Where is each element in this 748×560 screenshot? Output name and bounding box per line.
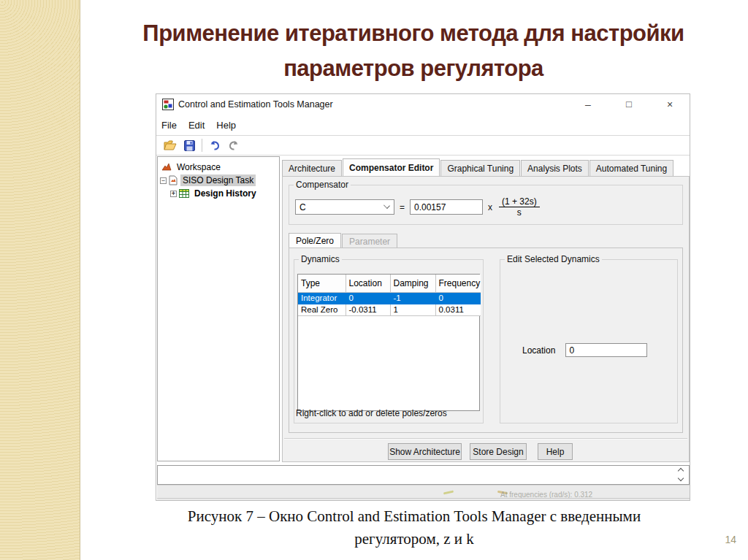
slide-left-stripe	[0, 0, 80, 560]
menu-file[interactable]: File	[161, 117, 184, 134]
location-label: Location	[522, 345, 555, 356]
col-type: Type	[298, 275, 346, 292]
store-design-button[interactable]: Store Design	[470, 443, 527, 460]
status-strip: At frequencies (rad/s): 0.312	[157, 485, 690, 500]
tab-architecture[interactable]: Architecture	[282, 160, 342, 176]
tree-item-label[interactable]: Workspace	[175, 161, 223, 173]
toolbar-separator	[202, 139, 202, 152]
dynamics-group: Dynamics Type Location Damping Frequency	[294, 254, 484, 423]
subtab-strip: Pole/Zero Parameter	[289, 233, 398, 248]
edit-selected-dynamics-group: Edit Selected Dynamics Location 0	[500, 254, 678, 423]
edit-dynamics-group-label: Edit Selected Dynamics	[505, 254, 602, 264]
compensator-group: Compensator C = 0.00157 x (1 + 32s) s	[289, 180, 683, 225]
table-row-integrator[interactable]: Integrator 0 -1 0	[298, 292, 481, 304]
caption-line-1: Рисунок 7 – Окно Control and Estimation …	[80, 505, 748, 528]
dynamics-hint-text: Right-click to add or delete poles/zeros	[296, 408, 447, 418]
menu-bar: File Edit Help	[156, 115, 690, 136]
cell-type[interactable]: Real Zero	[298, 304, 346, 315]
window-title: Control and Estimation Tools Manager	[178, 99, 333, 110]
col-frequency: Frequency	[435, 275, 481, 292]
toolbar	[156, 136, 690, 156]
menu-help[interactable]: Help	[216, 117, 243, 134]
undo-icon[interactable]	[207, 138, 223, 153]
cell-frequency[interactable]: 0	[435, 292, 481, 304]
expand-icon[interactable]: +	[170, 191, 177, 197]
tab-automated-tuning[interactable]: Automated Tuning	[589, 160, 673, 176]
tab-compensator-editor[interactable]: Compensator Editor	[343, 158, 440, 176]
collapse-icon[interactable]: −	[160, 177, 167, 184]
slide-title: Применение итеративного метода для настр…	[82, 16, 745, 86]
tree-item-workspace[interactable]: Workspace	[158, 161, 279, 174]
fraction-numerator: (1 + 32s)	[499, 196, 540, 207]
status-message-box[interactable]	[157, 465, 690, 485]
pole-zero-panel: Dynamics Type Location Damping Frequency	[289, 248, 683, 433]
tab-analysis-plots[interactable]: Analysis Plots	[521, 160, 589, 176]
equals-sign: =	[400, 202, 405, 212]
dynamics-table: Type Location Damping Frequency Integrat…	[297, 274, 480, 411]
tree-item-label[interactable]: Design History	[192, 188, 259, 199]
multiply-sign: x	[488, 202, 492, 212]
dynamics-group-label: Dynamics	[299, 254, 342, 264]
minimize-button[interactable]: –	[577, 94, 599, 115]
col-location: Location	[346, 275, 390, 292]
app-window: Control and Estimation Tools Manager – □…	[156, 93, 690, 501]
scroll-down-icon[interactable]	[678, 476, 684, 480]
cell-location[interactable]: 0	[346, 292, 390, 304]
tree-item-label[interactable]: SISO Design Task	[180, 174, 256, 186]
cell-damping[interactable]: -1	[390, 292, 435, 304]
tab-graphical-tuning[interactable]: Graphical Tuning	[440, 160, 520, 176]
page-number: 14	[725, 534, 736, 545]
save-icon[interactable]	[181, 138, 197, 153]
redo-icon[interactable]	[226, 138, 242, 153]
matlab-icon	[161, 163, 172, 172]
faint-mark	[443, 491, 454, 495]
compensator-selected-value: C	[299, 202, 306, 212]
cell-frequency[interactable]: 0.0311	[435, 304, 481, 315]
menu-edit[interactable]: Edit	[188, 117, 212, 134]
scroll-up-icon[interactable]	[678, 469, 684, 473]
location-input[interactable]: 0	[565, 343, 647, 357]
chevron-down-icon	[383, 202, 390, 209]
table-header-row: Type Location Damping Frequency	[298, 275, 481, 292]
maximize-button[interactable]: □	[618, 94, 640, 115]
help-button[interactable]: Help	[538, 443, 573, 460]
cell-damping[interactable]: 1	[390, 304, 435, 315]
cell-type[interactable]: Integrator	[298, 292, 346, 304]
figure-caption: Рисунок 7 – Окно Control and Estimation …	[80, 505, 748, 551]
subtab-pole-zero[interactable]: Pole/Zero	[289, 233, 341, 248]
strip-divider	[157, 498, 690, 499]
tree-item-design-history[interactable]: + Design History	[158, 187, 279, 200]
task-document-icon	[169, 175, 178, 185]
subtab-parameter[interactable]: Parameter	[342, 234, 397, 248]
col-damping: Damping	[390, 275, 435, 292]
app-icon	[162, 99, 174, 112]
show-architecture-button[interactable]: Show Architecture	[388, 443, 462, 460]
open-icon[interactable]	[162, 138, 178, 153]
transfer-function-fraction: (1 + 32s) s	[499, 196, 540, 218]
cell-location[interactable]: -0.0311	[346, 304, 390, 315]
workspace-tree: Workspace − SISO Design Task +	[157, 156, 280, 461]
fraction-denominator: s	[499, 207, 540, 218]
tree-item-siso-design-task[interactable]: − SISO Design Task	[158, 174, 279, 187]
compensator-select[interactable]: C	[295, 199, 394, 215]
window-titlebar: Control and Estimation Tools Manager – □…	[156, 94, 690, 115]
history-grid-icon	[179, 189, 189, 198]
panel-divider	[284, 438, 687, 440]
table-row-real-zero[interactable]: Real Zero -0.0311 1 0.0311	[298, 304, 481, 315]
compensator-group-label: Compensator	[294, 180, 351, 190]
tab-strip: Architecture Compensator Editor Graphica…	[282, 159, 674, 176]
compensator-editor-panel: Compensator C = 0.00157 x (1 + 32s) s	[282, 176, 690, 462]
caption-line-2: регулятором, z и k	[80, 528, 748, 551]
close-button[interactable]: ×	[659, 94, 681, 115]
gain-input[interactable]: 0.00157	[410, 199, 483, 215]
